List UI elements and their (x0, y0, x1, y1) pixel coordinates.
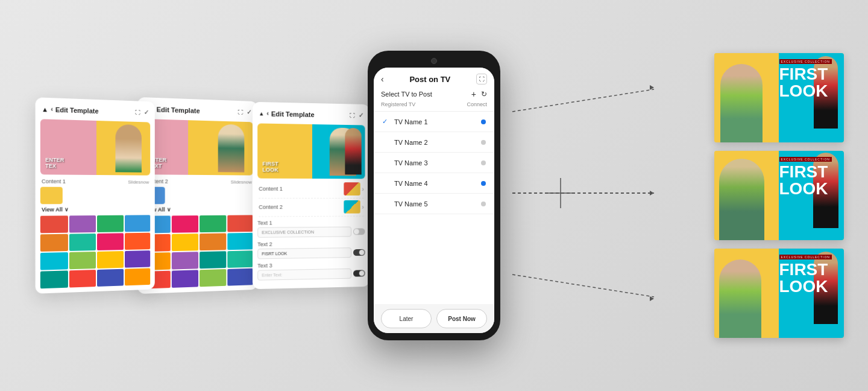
p2-photo-15[interactable] (200, 269, 226, 287)
tv-action-icons: + ↻ (471, 89, 487, 99)
panel3-text1-value: EXCLUSIVE COLLECTION (262, 230, 314, 235)
screen-title: Post on TV (409, 75, 450, 84)
chevron-down-2: ∨ (167, 206, 171, 212)
photo-10[interactable] (69, 252, 96, 269)
panel1-thumb[interactable] (40, 187, 63, 205)
refresh-tv-icon[interactable]: ↻ (481, 90, 487, 98)
tv-item-3[interactable]: ✓ TV Name 3 (374, 153, 494, 173)
registered-label: Registered TV (381, 101, 415, 107)
p2-photo-16[interactable] (227, 269, 253, 286)
expand-icon-3[interactable]: ⛶ (350, 112, 355, 118)
p2-photo-4[interactable] (227, 215, 253, 232)
photo-5[interactable] (40, 234, 68, 252)
tv-item-5[interactable]: ✓ TV Name 5 (374, 194, 494, 214)
view-all-label-1: View All (42, 206, 63, 212)
p2-photo-2[interactable] (171, 215, 198, 233)
photo-7[interactable] (97, 233, 124, 250)
close-button[interactable]: ⛶ (476, 74, 487, 84)
p2-photo-8[interactable] (227, 233, 253, 250)
panel3-text2-input[interactable]: FISRT LOOK (257, 247, 351, 259)
tv-list: ✓ TV Name 1 ✓ TV Name 2 ✓ TV Name 3 (374, 112, 494, 304)
tv-screen-3: EXCLUSIVE COLLECTION FIRST LOOK (714, 249, 844, 338)
p2-photo-11[interactable] (200, 251, 226, 269)
photo-4[interactable] (125, 215, 151, 232)
p2-photo-10[interactable] (171, 252, 198, 269)
tv3-line2: LOOK (779, 278, 828, 295)
panel3-chevron-1[interactable]: › (362, 186, 363, 192)
panel3-text3-input[interactable]: Enter Text: (257, 269, 351, 281)
photo-15[interactable] (97, 269, 124, 287)
edit-panel-3: ▲ ‹ Edit Template ⛶ ✓ FIRSTLOOK Content … (253, 102, 370, 289)
check-icon-2[interactable]: ✓ (247, 108, 252, 116)
tv-dot-2 (481, 140, 486, 145)
tv-check-5: ✓ (382, 200, 391, 208)
tv-name-4: TV Name 4 (394, 180, 481, 187)
arrowhead-1 (650, 85, 654, 90)
check-icon-3[interactable]: ✓ (359, 112, 364, 119)
photo-8[interactable] (125, 233, 151, 250)
photo-16[interactable] (125, 268, 151, 285)
screen-header: ‹ Post on TV ⛶ Select TV to Post + ↻ (374, 68, 494, 112)
panel3-text1-input-row: EXCLUSIVE COLLECTION (257, 226, 365, 238)
tv-bg-3: EXCLUSIVE COLLECTION FIRST LOOK (714, 249, 844, 338)
photo-9[interactable] (40, 252, 68, 270)
photo-1[interactable] (40, 215, 68, 233)
panel3-chevron-2[interactable]: › (362, 203, 363, 210)
panel3-toggle-1[interactable] (353, 228, 365, 235)
back-icon-3: ‹ (266, 110, 268, 116)
panel2-view-all[interactable]: View All ∨ (143, 206, 253, 213)
tv-screen-1: EXCLUSIVE COLLECTION FIRST LOOK (714, 53, 844, 142)
panel3-text2-row: Text 2 FISRT LOOK (257, 240, 365, 259)
tv-dot-3 (481, 161, 486, 165)
check-icon-1[interactable]: ✓ (144, 109, 149, 116)
tv-check-2: ✓ (382, 138, 391, 146)
panel3-content2-controls: › (341, 200, 363, 214)
tv1-line1: FIRST (779, 66, 828, 83)
panel3-thumb-2[interactable] (344, 200, 360, 214)
later-button[interactable]: Later (381, 309, 432, 328)
panel3-hero: FIRSTLOOK (257, 123, 365, 179)
p2-photo-7[interactable] (200, 233, 226, 250)
select-tv-row: Select TV to Post + ↻ (381, 89, 487, 99)
panel3-text2-label: Text 2 (257, 240, 365, 247)
panel3-text1-input[interactable]: EXCLUSIVE COLLECTION (257, 227, 351, 238)
expand-icon-1[interactable]: ⛶ (135, 109, 140, 115)
panel1-view-all[interactable]: View All ∨ (40, 206, 150, 213)
photo-3[interactable] (97, 215, 124, 232)
tv1-text-overlay: EXCLUSIVE COLLECTION FIRST LOOK (779, 59, 832, 100)
post-now-button[interactable]: Post Now (436, 309, 487, 328)
panel3-header: ▲ ‹ Edit Template ⛶ ✓ (257, 107, 365, 122)
panel3-content2-row: Content 2 › (259, 200, 363, 217)
p2-photo-14[interactable] (171, 270, 198, 288)
panel1-title: Edit Template (55, 106, 99, 114)
panel3-header-icons: ⛶ ✓ (350, 111, 363, 119)
photo-12[interactable] (125, 250, 151, 268)
toggle-knob-2 (359, 250, 365, 255)
back-button[interactable]: ‹ (381, 74, 384, 84)
photo-11[interactable] (97, 251, 124, 269)
p2-photo-6[interactable] (171, 234, 198, 251)
edit-panels-group: ▲ ‹ Edit Template ⛶ ✓ ENTERTEX Content 1… (36, 100, 265, 291)
panel3-thumb-1[interactable] (344, 182, 360, 196)
p2-photo-12[interactable] (227, 250, 253, 268)
photo-14[interactable] (69, 270, 96, 288)
photo-2[interactable] (69, 215, 96, 233)
tv-item-4[interactable]: ✓ TV Name 4 (374, 173, 494, 194)
close-icon: ⛶ (479, 76, 485, 82)
arrow-1 (512, 89, 654, 112)
tv-item-2[interactable]: ✓ TV Name 2 (374, 132, 494, 153)
panel3-toggle-2[interactable] (353, 249, 365, 256)
expand-icon-2[interactable]: ⛶ (238, 109, 244, 115)
p2-photo-3[interactable] (200, 215, 226, 232)
tv-dot-5 (481, 202, 486, 206)
panel3-toggle-3[interactable] (353, 270, 365, 276)
tv3-line1: FIRST (779, 261, 828, 278)
connect-label: Connect (467, 101, 487, 107)
panel3-title-group: ▲ ‹ Edit Template (259, 110, 314, 118)
photo-13[interactable] (40, 270, 68, 288)
panel1-hero: ENTERTEX (40, 119, 150, 175)
photo-6[interactable] (69, 234, 96, 251)
add-tv-icon[interactable]: + (471, 89, 476, 99)
tv2-woman-left (719, 156, 770, 240)
tv-item-1[interactable]: ✓ TV Name 1 (374, 112, 494, 132)
